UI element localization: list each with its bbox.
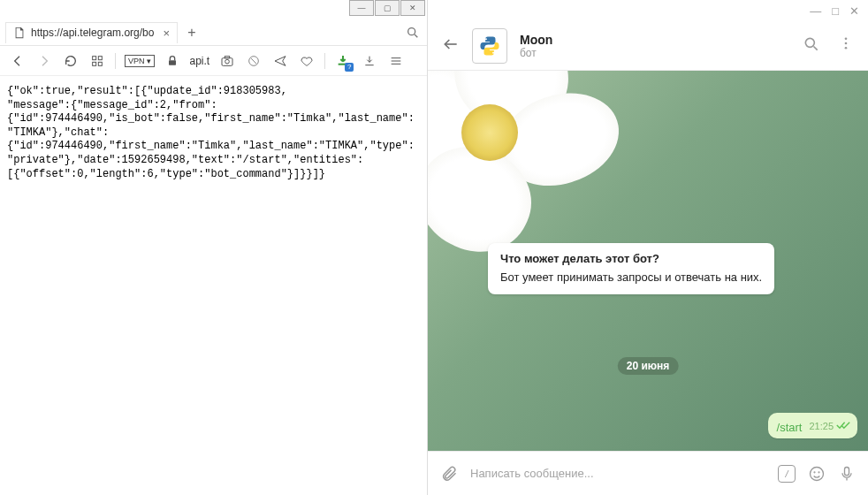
svg-point-20: [805, 38, 814, 47]
date-separator: 20 июня: [618, 357, 679, 375]
browser-tab[interactable]: https://api.telegram.org/bo ×: [5, 22, 178, 43]
lock-icon: [164, 52, 181, 70]
svg-line-1: [415, 34, 417, 37]
bot-name: Moon: [520, 33, 552, 47]
svg-line-11: [251, 57, 257, 64]
shield-icon[interactable]: [245, 52, 263, 70]
bot-info-card: Что может делать этот бот? Бот умеет при…: [488, 243, 774, 294]
back-icon[interactable]: [442, 35, 460, 57]
svg-line-21: [814, 46, 818, 50]
svg-point-25: [811, 467, 824, 480]
vpn-badge[interactable]: VPN▾: [125, 55, 155, 67]
close-button[interactable]: ✕: [400, 0, 425, 16]
maximize-button[interactable]: ▢: [375, 0, 400, 16]
svg-rect-28: [845, 467, 849, 475]
send-icon[interactable]: [271, 52, 289, 70]
svg-point-27: [819, 471, 819, 472]
svg-point-18: [485, 38, 487, 40]
forward-icon[interactable]: [35, 52, 53, 70]
bot-subtitle: бот: [520, 47, 552, 59]
browser-window-controls: ― ▢ ✕: [0, 0, 427, 19]
header-actions: [803, 35, 854, 57]
menu-icon[interactable]: [387, 52, 405, 70]
chat-header: Moon бот: [428, 21, 868, 71]
heart-icon[interactable]: [298, 52, 316, 70]
address-text[interactable]: api.t: [190, 55, 210, 67]
search-icon[interactable]: [803, 35, 820, 57]
tab-title: https://api.telegram.org/bo: [31, 27, 154, 39]
svg-rect-4: [93, 62, 96, 65]
message-text: /start: [777, 421, 803, 434]
svg-point-8: [225, 59, 230, 64]
minimize-button[interactable]: ―: [349, 0, 374, 16]
emoji-icon[interactable]: [808, 465, 826, 483]
bot-avatar[interactable]: [472, 28, 507, 64]
message-input[interactable]: [470, 467, 765, 480]
browser-window: ― ▢ ✕ https://api.telegram.org/bo × + VP…: [0, 0, 428, 495]
tab-bar: https://api.telegram.org/bo × +: [0, 19, 427, 46]
telegram-window: ― □ ✕ Moon бот: [428, 0, 868, 495]
response-body[interactable]: {"ok":true,"result":[{"update_id":918305…: [0, 76, 427, 495]
svg-point-24: [845, 46, 848, 49]
telegram-window-controls: ― □ ✕: [428, 0, 868, 21]
command-icon[interactable]: /: [778, 465, 796, 483]
download-manager-icon[interactable]: ?: [334, 52, 352, 70]
info-question: Что может делать этот бот?: [500, 252, 762, 265]
svg-rect-2: [93, 56, 96, 59]
new-tab-button[interactable]: +: [181, 22, 202, 43]
back-icon[interactable]: [9, 52, 27, 70]
vpn-label: VPN: [128, 57, 145, 65]
close-button[interactable]: ✕: [849, 4, 859, 18]
read-check-icon: [836, 418, 850, 434]
svg-point-19: [492, 51, 494, 53]
message-meta: 21:25: [809, 418, 850, 434]
info-answer: Бот умеет принимать запросы и отвечать н…: [500, 270, 762, 284]
outgoing-message[interactable]: /start 21:25: [768, 413, 857, 438]
chat-area[interactable]: Что может делать этот бот? Бот умеет при…: [428, 71, 868, 451]
svg-rect-3: [98, 56, 102, 59]
browser-toolbar: VPN▾ api.t ?: [0, 46, 427, 76]
svg-rect-9: [225, 56, 230, 57]
download-icon[interactable]: [361, 52, 378, 70]
page-icon: [13, 27, 26, 39]
svg-point-26: [814, 471, 815, 472]
minimize-button[interactable]: ―: [810, 4, 821, 18]
separator: [324, 53, 325, 69]
tab-close-icon[interactable]: ×: [163, 27, 170, 40]
svg-point-22: [845, 37, 848, 40]
grid-icon[interactable]: [88, 52, 106, 70]
message-time: 21:25: [809, 421, 834, 431]
separator: [115, 53, 116, 69]
svg-point-23: [845, 42, 848, 44]
camera-icon[interactable]: [218, 52, 236, 70]
maximize-button[interactable]: □: [832, 4, 839, 18]
message-input-bar: /: [428, 451, 868, 495]
svg-marker-12: [275, 56, 286, 65]
more-icon[interactable]: [838, 35, 854, 57]
attach-icon[interactable]: [440, 465, 458, 483]
search-icon[interactable]: [404, 24, 422, 42]
voice-icon[interactable]: [838, 465, 856, 483]
svg-rect-5: [98, 62, 102, 65]
svg-rect-6: [169, 60, 176, 65]
reload-icon[interactable]: [62, 52, 80, 70]
bot-info[interactable]: Moon бот: [520, 33, 552, 59]
svg-point-0: [408, 27, 415, 34]
